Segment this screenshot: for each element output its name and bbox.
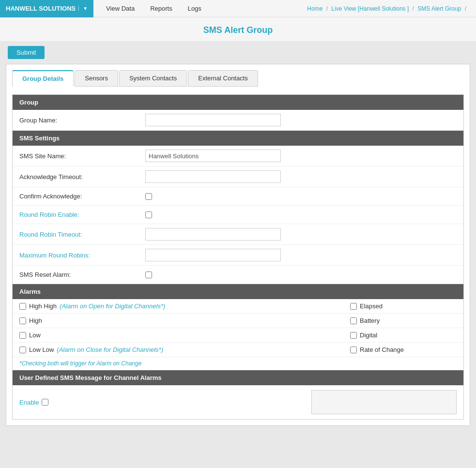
- alarm-rate-of-change-label: Rate of Change: [360, 346, 404, 353]
- sms-reset-alarm-checkbox[interactable]: [145, 272, 152, 278]
- confirm-ack-label: Confirm Acknowledge:: [19, 193, 145, 200]
- max-round-robins-label: Maximum Round Robins:: [19, 252, 145, 259]
- alarm-low-low-note: (Alarm on Close for Digital Channels*): [57, 346, 163, 353]
- round-robin-enable-label: Round Robin Enable:: [19, 211, 145, 218]
- alarm-digital-checkbox[interactable]: [350, 332, 357, 339]
- breadcrumb-home[interactable]: Home: [307, 5, 322, 12]
- confirm-ack-row: Confirm Acknowledge:: [13, 187, 463, 206]
- page-title: SMS Alert Group: [203, 25, 273, 35]
- sms-site-name-row: SMS Site Name:: [13, 146, 463, 166]
- tabs: Group Details Sensors System Contacts Ex…: [12, 70, 464, 87]
- ack-timeout-label: Acknowledge Timeout:: [19, 173, 145, 181]
- alarms-note: *Checking both will trigger for Alarm on…: [13, 357, 463, 370]
- page-title-bar: SMS Alert Group: [0, 17, 476, 41]
- enable-label: Enable: [19, 399, 39, 406]
- submit-bar: Submit: [0, 41, 476, 64]
- breadcrumb: Home / Live View [Hanwell Solutions ] / …: [307, 5, 476, 12]
- nav-view-data[interactable]: View Data: [98, 0, 142, 17]
- sms-reset-alarm-label: SMS Reset Alarm:: [19, 271, 145, 278]
- group-header: Group: [13, 95, 463, 110]
- alarm-row-3: Low Low (Alarm on Close for Digital Chan…: [13, 343, 463, 357]
- round-robin-timeout-input[interactable]: [145, 228, 281, 241]
- alarm-elapsed-checkbox[interactable]: [350, 303, 357, 310]
- brand-button[interactable]: HANWELL SOLUTIONS ▼: [0, 0, 93, 17]
- alarm-high-checkbox[interactable]: [19, 317, 26, 324]
- round-robin-timeout-label: Round Robin Timeout:: [19, 231, 145, 238]
- sms-reset-alarm-row: SMS Reset Alarm:: [13, 266, 463, 284]
- max-round-robins-input[interactable]: [145, 249, 281, 261]
- alarms-header: Alarms: [13, 284, 463, 299]
- group-name-input[interactable]: [145, 114, 281, 126]
- breadcrumb-live-view[interactable]: Live View [Hanwell Solutions ]: [331, 5, 409, 12]
- tab-sensors[interactable]: Sensors: [75, 70, 118, 87]
- top-nav: HANWELL SOLUTIONS ▼ View Data Reports Lo…: [0, 0, 476, 17]
- sms-site-name-label: SMS Site Name:: [19, 152, 145, 160]
- nav-reports[interactable]: Reports: [142, 0, 180, 17]
- group-name-row: Group Name:: [13, 110, 463, 131]
- alarm-high-high-checkbox[interactable]: [19, 303, 26, 310]
- alarm-low-label: Low: [29, 332, 41, 339]
- alarm-low-low-label: Low Low: [29, 346, 54, 353]
- enable-row: Enable: [13, 385, 463, 419]
- nav-logs[interactable]: Logs: [180, 0, 209, 17]
- sms-site-name-input[interactable]: [145, 150, 281, 162]
- tab-system-contacts[interactable]: System Contacts: [119, 70, 187, 87]
- alarm-row-1: High Battery: [13, 314, 463, 328]
- tab-external-contacts[interactable]: External Contacts: [188, 70, 258, 87]
- alarm-rate-of-change-checkbox[interactable]: [350, 347, 357, 353]
- brand-name: HANWELL SOLUTIONS: [6, 5, 76, 12]
- breadcrumb-sms-alert-group[interactable]: SMS Alert Group: [417, 5, 461, 12]
- round-robin-enable-checkbox[interactable]: [145, 211, 152, 218]
- max-round-robins-row: Maximum Round Robins:: [13, 245, 463, 266]
- brand-dropdown-arrow: ▼: [78, 6, 88, 11]
- round-robin-enable-row: Round Robin Enable:: [13, 206, 463, 224]
- main-content: Group Details Sensors System Contacts Ex…: [6, 64, 470, 426]
- alarm-low-checkbox[interactable]: [19, 332, 26, 339]
- alarm-battery-label: Battery: [360, 317, 380, 324]
- alarm-high-high-note: (Alarm on Open for Digital Channels*): [60, 302, 165, 310]
- user-defined-header: User Defined SMS Message for Channel Ala…: [13, 370, 463, 385]
- alarm-elapsed-label: Elapsed: [360, 302, 383, 310]
- alarm-high-label: High: [29, 317, 42, 324]
- sms-settings-header: SMS Settings: [13, 131, 463, 146]
- alarm-digital-label: Digital: [360, 332, 377, 339]
- nav-links: View Data Reports Logs: [98, 0, 209, 17]
- sms-message-textarea[interactable]: [311, 390, 457, 414]
- group-section: Group Group Name: SMS Settings SMS Site …: [12, 94, 464, 420]
- alarm-high-high-label: High High: [29, 302, 57, 310]
- alarm-row-2: Low Digital: [13, 328, 463, 343]
- confirm-ack-checkbox[interactable]: [145, 193, 152, 200]
- enable-checkbox[interactable]: [42, 399, 48, 406]
- tab-group-details[interactable]: Group Details: [12, 70, 74, 87]
- alarm-low-low-checkbox[interactable]: [19, 347, 26, 353]
- group-name-label: Group Name:: [19, 117, 145, 124]
- ack-timeout-input[interactable]: [145, 170, 281, 183]
- round-robin-timeout-row: Round Robin Timeout:: [13, 224, 463, 245]
- ack-timeout-row: Acknowledge Timeout:: [13, 166, 463, 187]
- alarm-battery-checkbox[interactable]: [350, 317, 357, 324]
- submit-button[interactable]: Submit: [8, 46, 45, 59]
- alarm-row-0: High High (Alarm on Open for Digital Cha…: [13, 299, 463, 314]
